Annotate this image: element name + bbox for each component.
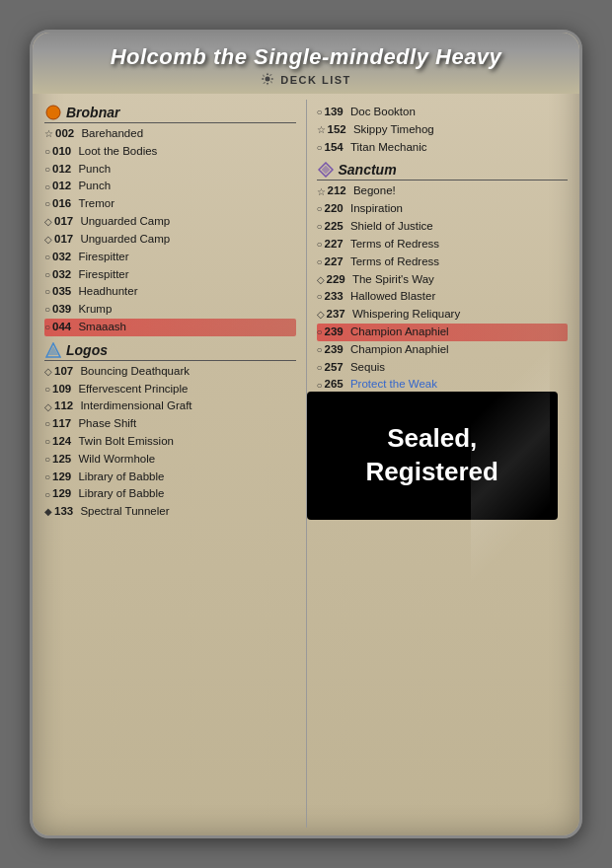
deck-list-label: DECK LIST — [48, 72, 564, 88]
list-item: ○124 Twin Bolt Emission — [44, 433, 296, 451]
circle-symbol: ○ — [44, 284, 50, 300]
list-item: ☆152 Skippy Timehog — [317, 121, 569, 139]
left-column: Brobnar ☆002 Barehanded ○010 Loot the Bo… — [44, 100, 296, 828]
list-item: ○220 Inspiration — [317, 200, 569, 218]
brobnar-section-header: Brobnar — [44, 104, 296, 123]
list-item-highlighted: ○044 Smaaash — [44, 319, 296, 336]
list-item: ○109 Effervescent Principle — [44, 381, 296, 398]
circle-symbol: ○ — [317, 378, 323, 394]
logos-label: Logos — [66, 342, 108, 358]
list-item: ○016 Tremor — [44, 195, 296, 213]
list-item: ◇107 Bouncing Deathquark — [44, 363, 296, 381]
diamond-symbol: ◇ — [44, 214, 52, 230]
circle-symbol: ○ — [44, 144, 50, 160]
svg-point-0 — [266, 77, 270, 82]
circle-symbol: ○ — [44, 320, 50, 335]
list-item: ○139 Doc Bookton — [317, 104, 569, 121]
card-body: Brobnar ☆002 Barehanded ○010 Loot the Bo… — [33, 94, 579, 835]
brobnar-icon — [44, 104, 62, 121]
list-item: ☆212 Begone! — [317, 182, 569, 200]
circle-symbol: ○ — [44, 487, 50, 503]
circle-symbol: ○ — [44, 267, 50, 283]
star-symbol: ☆ — [44, 126, 53, 142]
card-header: Holcomb the Single-mindedly Heavy DECK L… — [33, 33, 579, 94]
list-item: ○257 Sequis — [317, 359, 569, 377]
list-item-highlighted: ○239 Champion Anaphiel — [317, 324, 569, 341]
sealed-registered-text: Sealed, Registered — [366, 422, 498, 489]
brobnar-label: Brobnar — [66, 105, 119, 120]
list-item: ◇112 Interdimensional Graft — [44, 398, 296, 415]
card: Holcomb the Single-mindedly Heavy DECK L… — [30, 30, 582, 838]
circle-symbol: ○ — [44, 180, 50, 195]
sanctum-icon — [317, 161, 335, 179]
list-item: ○035 Headhunter — [44, 283, 296, 301]
list-item: ○154 Titan Mechanic — [317, 139, 569, 157]
circle-symbol: ○ — [44, 250, 50, 265]
star-symbol: ☆ — [317, 122, 326, 138]
circle-symbol: ○ — [317, 342, 323, 358]
circle-symbol: ○ — [317, 105, 323, 120]
list-item: ○039 Krump — [44, 301, 296, 319]
circle-symbol: ○ — [317, 201, 323, 217]
circle-symbol: ○ — [317, 360, 323, 376]
circle-symbol: ○ — [44, 452, 50, 468]
list-item: ◇017 Unguarded Camp — [44, 213, 296, 231]
list-item: ○117 Phase Shift — [44, 415, 296, 433]
list-item: ◇229 The Spirit's Way — [317, 271, 569, 289]
list-item: ○012 Punch — [44, 178, 296, 195]
list-item: ◆133 Spectral Tunneler — [44, 503, 296, 521]
list-item: ○012 Punch — [44, 161, 296, 179]
list-item: ○129 Library of Babble — [44, 469, 296, 486]
sealed-registered-box: Sealed, Registered — [307, 392, 559, 520]
circle-symbol: ○ — [317, 219, 323, 235]
circle-symbol: ○ — [44, 382, 50, 398]
list-item: ○032 Firespitter — [44, 249, 296, 266]
circle-symbol: ○ — [317, 140, 323, 156]
circle-symbol: ○ — [317, 254, 323, 270]
list-item: ○227 Terms of Redress — [317, 253, 569, 271]
logos-section-header: Logos — [44, 341, 296, 361]
svg-point-1 — [46, 106, 60, 119]
diamond-filled-symbol: ◆ — [44, 504, 52, 520]
sanctum-label: Sanctum — [339, 162, 397, 178]
diamond-symbol: ◇ — [317, 272, 325, 288]
list-item: ○233 Hallowed Blaster — [317, 288, 569, 306]
list-item: ☆002 Barehanded — [44, 125, 296, 143]
right-column: ○139 Doc Bookton ☆152 Skippy Timehog ○15… — [317, 100, 569, 828]
list-item: ○032 Firespitter — [44, 266, 296, 284]
list-item: ○239 Champion Anaphiel — [317, 341, 569, 359]
circle-symbol: ○ — [44, 162, 50, 178]
diamond-symbol: ◇ — [317, 307, 325, 323]
circle-symbol: ○ — [317, 289, 323, 305]
diamond-symbol: ◇ — [44, 232, 52, 248]
diamond-symbol: ◇ — [44, 399, 52, 415]
list-item: ○225 Shield of Justice — [317, 218, 569, 236]
list-item: ◇017 Unguarded Camp — [44, 231, 296, 249]
card-title: Holcomb the Single-mindedly Heavy — [48, 44, 564, 70]
logos-icon — [44, 341, 62, 359]
circle-symbol: ○ — [44, 196, 50, 212]
logos-cont: ○139 Doc Bookton ☆152 Skippy Timehog ○15… — [317, 104, 569, 156]
sanctum-section-header: Sanctum — [317, 161, 569, 181]
gear-icon — [261, 72, 274, 88]
list-item: ○125 Wild Wormhole — [44, 451, 296, 469]
circle-symbol: ○ — [317, 325, 323, 340]
list-item: ○227 Terms of Redress — [317, 236, 569, 253]
circle-symbol: ○ — [44, 416, 50, 432]
list-item: ◇237 Whispering Reliquary — [317, 306, 569, 324]
list-item: ○010 Loot the Bodies — [44, 143, 296, 161]
circle-symbol: ○ — [44, 302, 50, 318]
star-symbol: ☆ — [317, 184, 326, 200]
circle-symbol: ○ — [317, 237, 323, 253]
list-item: ○129 Library of Babble — [44, 485, 296, 503]
diamond-symbol: ◇ — [44, 364, 52, 380]
circle-symbol: ○ — [44, 434, 50, 450]
circle-symbol: ○ — [44, 470, 50, 485]
